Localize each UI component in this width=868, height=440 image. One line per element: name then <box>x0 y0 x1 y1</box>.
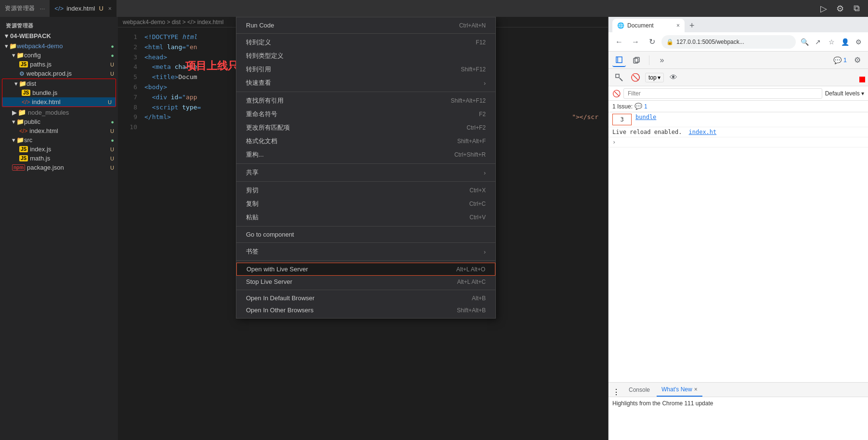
item-badge: U <box>110 165 114 171</box>
red-dot <box>859 77 865 82</box>
topbar-left: 资源管理器 ··· </> index.html U × <box>5 0 117 17</box>
address-bar[interactable]: 🔒 127.0.0.1:5005/webpack... <box>661 35 796 49</box>
html-icon: </> <box>19 128 27 134</box>
menu-stop-live-server[interactable]: Stop Live Server Alt+L Alt+C <box>236 276 495 288</box>
menu-open-default-browser[interactable]: Open In Default Browser Alt+B <box>236 292 495 304</box>
address-text: 127.0.0.1:5005/webpack... <box>676 39 744 45</box>
profile-icon[interactable]: 👤 <box>839 36 851 48</box>
debug-icon[interactable]: ⚙ <box>833 2 847 15</box>
item-badge: U <box>110 156 114 161</box>
add-tab-btn[interactable]: + <box>685 19 700 32</box>
sidebar-item-node-modules[interactable]: ▶ 📁 node_modules <box>0 107 118 117</box>
menu-paste[interactable]: 粘贴 Ctrl+V <box>236 211 495 224</box>
menu-find-all-refs[interactable]: 查找所有引用 Shift+Alt+F12 <box>236 94 495 107</box>
bookmark-icon[interactable]: ☆ <box>826 36 837 48</box>
menu-cut[interactable]: 剪切 Ctrl+X <box>236 184 495 197</box>
menu-item-label: 复制 <box>246 200 259 208</box>
project-section[interactable]: ▾ 04-WEBPACK <box>0 30 118 41</box>
sidebar-item-src[interactable]: ▾ 📁 src ● <box>0 135 118 145</box>
top-dropdown[interactable]: top ▾ <box>645 73 664 82</box>
tab-close-icon[interactable]: × <box>694 386 698 393</box>
svg-rect-0 <box>616 57 622 63</box>
split-icon[interactable]: ⧉ <box>850 2 863 15</box>
menu-shortcut: Shift+Alt+B <box>457 307 486 314</box>
devtools-settings-btn[interactable]: ⚙ <box>851 53 864 67</box>
sidebar-item-config[interactable]: ▾ 📁 config ● <box>0 51 118 60</box>
sidebar-item-public-index-html[interactable]: </> index.html U <box>0 126 118 135</box>
devtools-toolbar: » 💬 1 ⚙ <box>609 52 868 69</box>
sidebar-item-public[interactable]: ▾ 📁 public ● <box>0 117 118 126</box>
tab-close-btn[interactable]: × <box>676 22 680 29</box>
back-btn[interactable]: ← <box>612 35 626 49</box>
block-btn[interactable]: 🚫 <box>629 71 642 84</box>
menu-open-live-server[interactable]: Open with Live Server Alt+L Alt+O <box>236 263 495 276</box>
menu-copy[interactable]: 复制 Ctrl+C <box>236 197 495 211</box>
console-link-indexht[interactable]: index.ht <box>689 129 717 135</box>
settings-icon[interactable]: ⚙ <box>853 36 864 48</box>
zoom-icon[interactable]: 🔍 <box>799 36 810 48</box>
menu-rename-symbol[interactable]: 重命名符号 F2 <box>236 107 495 121</box>
menu-goto-def[interactable]: 转到定义 F12 <box>236 36 495 49</box>
chevron-icon: ▾ <box>5 42 8 50</box>
share-icon[interactable]: ↗ <box>812 36 824 48</box>
separator <box>236 33 495 34</box>
default-levels[interactable]: Default levels ▾ <box>825 90 864 97</box>
filter-input[interactable] <box>623 88 822 99</box>
sidebar-item-dist[interactable]: ▾ 📁 dist <box>2 79 116 88</box>
menu-item-label: Go to component <box>246 231 294 238</box>
menu-bookmarks[interactable]: 书签 › <box>236 245 495 258</box>
issue-icon: 💬 <box>635 103 642 110</box>
forward-btn[interactable]: → <box>629 35 642 49</box>
tab-close-btn[interactable]: × <box>108 5 112 12</box>
chevron-icon: ▾ <box>12 52 15 59</box>
menu-format-doc[interactable]: 格式化文档 Shift+Alt+F <box>236 134 495 148</box>
sidebar-item-index-html[interactable]: </> index.html U <box>2 97 116 107</box>
tab-title: Document <box>627 22 654 29</box>
issues-label: 1 Issue: <box>612 103 633 110</box>
copy-btn[interactable] <box>630 53 643 67</box>
menu-item-label: 转到定义 <box>246 38 271 47</box>
globe-icon: 🌐 <box>617 22 624 29</box>
sidebar: 资源管理器 ▾ 04-WEBPACK ▾ 📁 webpack4-demo ● ▾… <box>0 17 118 440</box>
menu-share[interactable]: 共享 › <box>236 166 495 179</box>
menu-goto-type-def[interactable]: 转到类型定义 <box>236 49 495 63</box>
chevron-down-icon: ▾ <box>658 74 661 81</box>
item-label: package.json <box>27 164 110 171</box>
project-label: 04-WEBPACK <box>10 32 51 40</box>
block-circle-icon: 🚫 <box>612 90 621 97</box>
browser-tab-bar: 🌐 Document × + <box>609 17 868 32</box>
run-icon[interactable]: ▷ <box>817 2 830 15</box>
devtools-menu-icon[interactable]: ⋮ <box>612 387 620 397</box>
inspect-btn[interactable] <box>612 71 626 84</box>
menu-goto-ref[interactable]: 转到引用 Shift+F12 <box>236 63 495 76</box>
menu-change-all-occurrences[interactable]: 更改所有匹配项 Ctrl+F2 <box>236 121 495 134</box>
sidebar-item-index-js[interactable]: JS index.js U <box>0 145 118 154</box>
console-link-bundle[interactable]: bundle <box>635 114 656 120</box>
more-tools-btn[interactable]: » <box>655 53 669 67</box>
menu-item-label: 更改所有匹配项 <box>246 123 290 132</box>
sidebar-item-webpack-prod[interactable]: ⚙ webpack.prod.js U <box>0 69 118 78</box>
sidebar-item-package-json[interactable]: npm package.json U <box>0 163 118 172</box>
browser-tab[interactable]: 🌐 Document × <box>612 19 685 32</box>
reload-btn[interactable]: ↻ <box>645 35 659 49</box>
menu-shortcut: Shift+Alt+F12 <box>451 97 486 104</box>
file-tab[interactable]: </> index.html U × <box>50 0 116 17</box>
separator <box>236 226 495 227</box>
menu-quick-view[interactable]: 快速查看 › <box>236 76 495 90</box>
sidebar-item-math-js[interactable]: JS math.js U <box>0 154 118 163</box>
menu-open-other-browsers[interactable]: Open In Other Browsers Shift+Alt+B <box>236 304 495 316</box>
sidebar-item-bundle-js[interactable]: JS bundle.js <box>2 88 116 97</box>
js-icon: JS <box>19 146 28 152</box>
menu-shortcut: Ctrl+X <box>469 187 486 194</box>
eye-btn[interactable]: 👁 <box>667 71 680 84</box>
menu-run-code[interactable]: Run Code Ctrl+Alt+N <box>236 19 495 31</box>
elements-btn[interactable] <box>612 53 626 67</box>
tab-whats-new[interactable]: What's New × <box>657 383 702 397</box>
sidebar-item-webpack4-demo[interactable]: ▾ 📁 webpack4-demo ● <box>0 41 118 51</box>
menu-refactor[interactable]: 重构... Ctrl+Shift+R <box>236 148 495 161</box>
sidebar-item-paths-js[interactable]: JS paths.js U <box>0 60 118 69</box>
menu-go-to-component[interactable]: Go to component <box>236 228 495 240</box>
bottom-tabs: ⋮ Console What's New × <box>609 383 868 397</box>
item-label: index.html <box>29 127 110 134</box>
tab-console[interactable]: Console <box>624 383 655 397</box>
